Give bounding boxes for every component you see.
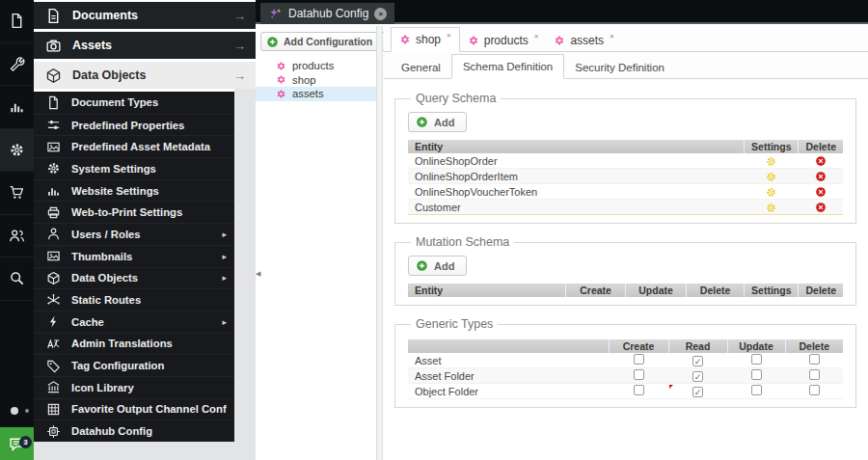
tab-security-definition[interactable]: Security Definition [564, 56, 675, 79]
rail-settings-button[interactable] [0, 129, 34, 173]
config-tree-item-products[interactable]: products [256, 59, 376, 73]
delete-checkbox[interactable] [809, 369, 820, 380]
sidebar-item-static-routes[interactable]: Static Routes [34, 288, 234, 311]
delete-cell[interactable] [799, 200, 843, 215]
config-tree-item-shop[interactable]: shop [256, 73, 376, 88]
column-header-entity[interactable]: Entity [408, 140, 745, 153]
close-icon[interactable]: × [610, 32, 614, 41]
table-row[interactable]: OnlineShopVoucherToken [408, 184, 843, 200]
column-header-type [408, 339, 609, 353]
create-checkbox[interactable] [634, 354, 644, 365]
read-checkbox[interactable] [692, 356, 703, 366]
sidebar-item-thumbnails[interactable]: Thumbnails▸ [34, 245, 234, 267]
sidebar-item-users-roles[interactable]: Users / Roles▸ [34, 223, 234, 245]
tab-general[interactable]: General [391, 56, 451, 79]
panel-splitter[interactable] [376, 26, 383, 460]
settings-gear-icon[interactable] [766, 172, 776, 182]
read-checkbox[interactable] [692, 387, 703, 397]
table-row[interactable]: OnlineShopOrder [408, 153, 843, 169]
arrow-right-icon: → [233, 39, 246, 53]
column-header-settings[interactable]: Settings [745, 140, 799, 153]
notification-chat-button[interactable]: 3 [0, 427, 34, 460]
sidebar-item-data-objects[interactable]: Data Objects▸ [34, 267, 234, 289]
window-tab-bar: Datahub Config × [256, 0, 868, 24]
delete-icon[interactable] [815, 171, 827, 182]
settings-cell[interactable] [745, 153, 799, 169]
window-tab-datahub-config[interactable]: Datahub Config × [260, 3, 394, 24]
column-header-entity[interactable]: Entity [408, 284, 566, 297]
rail-documents-button[interactable] [0, 0, 34, 43]
sidebar-item-predefined-properties[interactable]: Predefined Properties [34, 114, 234, 136]
column-header-update[interactable]: Update [626, 284, 687, 297]
update-checkbox[interactable] [751, 369, 762, 380]
update-checkbox[interactable] [751, 385, 762, 395]
update-checkbox[interactable] [751, 354, 762, 365]
rail-tools-button[interactable] [0, 43, 34, 87]
settings-gear-icon[interactable] [766, 156, 776, 167]
delete-icon[interactable] [815, 202, 827, 213]
column-header-delete[interactable]: Delete [799, 140, 843, 153]
sidebar-item-document-types[interactable]: Document Types [34, 92, 234, 114]
mutation-add-button[interactable]: Add [408, 256, 467, 276]
add-configuration-button[interactable]: Add Configuration ▾ [260, 32, 394, 51]
table-row: Object Folder [408, 384, 843, 399]
delete-icon[interactable] [815, 155, 827, 167]
close-icon[interactable]: × [534, 32, 539, 41]
column-header-settings[interactable]: Settings [745, 284, 799, 297]
table-row[interactable]: Customer [408, 200, 843, 215]
generic-types-table: Create Read Update Delete Asset [408, 339, 843, 399]
delete-cell[interactable] [799, 169, 843, 184]
delete-icon[interactable] [815, 186, 827, 198]
sidebar-item-datahub-config[interactable]: Datahub Config [34, 419, 234, 442]
column-header-create[interactable]: Create [609, 339, 668, 353]
column-header-update[interactable]: Update [727, 339, 785, 353]
tab-assets[interactable]: assets× [546, 29, 621, 52]
sidebar-item-tag-configuration[interactable]: Tag Configuration [34, 354, 234, 376]
sidebar-item-cache[interactable]: Cache▸ [34, 311, 234, 333]
collapse-panel-handle[interactable]: ◀ [256, 266, 264, 281]
sidebar-item-website-settings[interactable]: Website Settings [34, 179, 234, 202]
close-icon[interactable]: × [447, 31, 451, 40]
create-checkbox[interactable] [634, 385, 644, 395]
graphql-icon [276, 89, 286, 99]
sidebar-section-assets[interactable]: Assets → [34, 32, 256, 59]
query-add-button[interactable]: Add [408, 112, 467, 132]
query-schema-fieldset: Query Schema Add Entity Settings Delete [394, 92, 856, 224]
sidebar-item-favorite-output-channel-configurations[interactable]: Favorite Output Channel Configurations [34, 398, 234, 420]
delete-checkbox[interactable] [809, 354, 820, 365]
delete-cell[interactable] [799, 153, 843, 169]
column-header-create[interactable]: Create [566, 284, 626, 297]
column-header-delete[interactable]: Delete [785, 339, 843, 353]
sidebar-item-icon-library[interactable]: Icon Library [34, 376, 234, 398]
config-tree-item-assets[interactable]: assets [256, 87, 376, 101]
rail-workflow-button[interactable] [0, 215, 34, 258]
settings-cell[interactable] [745, 184, 799, 200]
settings-gear-icon[interactable] [766, 203, 776, 213]
sidebar-section-documents[interactable]: Documents → [34, 2, 256, 29]
create-checkbox[interactable] [634, 369, 644, 380]
sidebar-item-web-to-print-settings[interactable]: Web-to-Print Settings [34, 201, 234, 223]
tab-schema-definition[interactable]: Schema Definition [451, 54, 564, 79]
sidebar-item-system-settings[interactable]: System Settings [34, 157, 234, 179]
column-header-delete[interactable]: Delete [799, 284, 843, 297]
chip-icon [46, 424, 61, 439]
rail-search-button[interactable] [0, 257, 34, 301]
close-icon[interactable]: × [374, 8, 387, 20]
rail-reports-button[interactable] [0, 86, 34, 129]
sidebar-item-predefined-asset-metadata[interactable]: Predefined Asset Metadata [34, 135, 234, 157]
delete-checkbox[interactable] [809, 385, 820, 395]
settings-gear-icon[interactable] [766, 187, 776, 198]
tab-products[interactable]: products× [460, 29, 547, 52]
settings-cell[interactable] [745, 200, 799, 215]
delete-cell[interactable] [799, 184, 843, 200]
column-header-read[interactable]: Read [668, 339, 727, 353]
rail-ecommerce-button[interactable] [0, 172, 34, 215]
sidebar-item-admin-translations[interactable]: Admin Translations [34, 333, 234, 355]
read-checkbox[interactable] [692, 371, 703, 382]
column-header-delete[interactable]: Delete [687, 284, 745, 297]
tab-shop[interactable]: shop× [391, 27, 460, 52]
settings-cell[interactable] [745, 169, 799, 184]
sidebar-section-data-objects[interactable]: Data Objects → [34, 62, 256, 89]
caret-right-icon: ▸ [222, 317, 227, 327]
table-row[interactable]: OnlineShopOrderItem [408, 169, 843, 184]
